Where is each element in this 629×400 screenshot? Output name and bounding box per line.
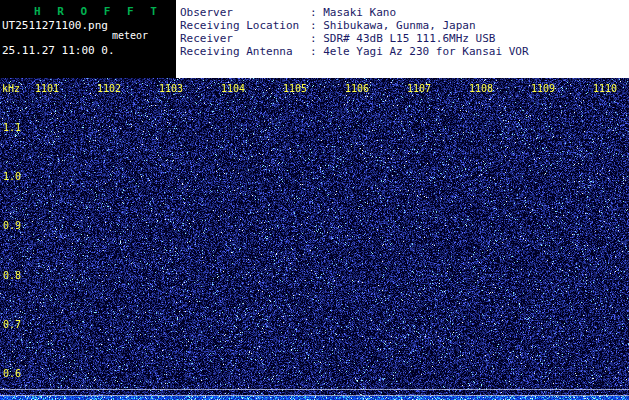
time-label: 1109 <box>531 83 555 94</box>
spectrogram-panel: kHz 110111021103110411051106110711081109… <box>0 78 629 400</box>
freq-label: 0.9 <box>3 220 21 231</box>
info-value: 4ele Yagi Az 230 for Kansai VOR <box>323 45 528 58</box>
spectrogram-canvas <box>0 78 629 400</box>
hrofft-screen: H R O F F T UT2511271100.png meteor 25.1… <box>0 0 629 400</box>
info-label: Observer <box>180 6 310 19</box>
time-label: 1103 <box>159 83 183 94</box>
time-label: 1106 <box>345 83 369 94</box>
output-filename: UT2511271100.png <box>2 19 108 32</box>
time-label: 1107 <box>407 83 431 94</box>
freq-unit-label: kHz <box>2 83 20 94</box>
header-left: H R O F F T UT2511271100.png meteor 25.1… <box>0 0 176 78</box>
observer-info-row: Receiving Location: Shibukawa, Gunma, Ja… <box>180 19 629 32</box>
info-label: Receiving Antenna <box>180 45 310 58</box>
info-separator: : <box>310 45 323 58</box>
header: H R O F F T UT2511271100.png meteor 25.1… <box>0 0 629 78</box>
observer-info-row: Receiving Antenna: 4ele Yagi Az 230 for … <box>180 45 629 58</box>
observer-info-row: Observer: Masaki Kano <box>180 6 629 19</box>
info-label: Receiving Location <box>180 19 310 32</box>
observer-info-panel: Observer: Masaki KanoReceiving Location:… <box>176 0 629 78</box>
info-separator: : <box>310 32 323 45</box>
freq-label: 0.8 <box>3 270 21 281</box>
freq-label: 0.6 <box>3 368 21 379</box>
info-label: Receiver <box>180 32 310 45</box>
observer-info-row: Receiver: SDR# 43dB L15 111.6MHz USB <box>180 32 629 45</box>
time-label: 1101 <box>35 83 59 94</box>
freq-label: 1.0 <box>3 171 21 182</box>
time-label: 1102 <box>97 83 121 94</box>
time-label: 1104 <box>221 83 245 94</box>
freq-label: 0.7 <box>3 319 21 330</box>
info-value: Shibukawa, Gunma, Japan <box>323 19 475 32</box>
info-separator: : <box>310 6 323 19</box>
time-label: 1108 <box>469 83 493 94</box>
datetime-label: 25.11.27 11:00 0. <box>2 44 115 57</box>
info-value: Masaki Kano <box>323 6 396 19</box>
time-label: 1105 <box>283 83 307 94</box>
station-name: meteor <box>112 30 148 41</box>
info-value: SDR# 43dB L15 111.6MHz USB <box>323 32 495 45</box>
time-label: 1110 <box>593 83 617 94</box>
info-separator: : <box>310 19 323 32</box>
app-logo: H R O F F T <box>34 5 162 18</box>
freq-label: 1.1 <box>3 122 21 133</box>
